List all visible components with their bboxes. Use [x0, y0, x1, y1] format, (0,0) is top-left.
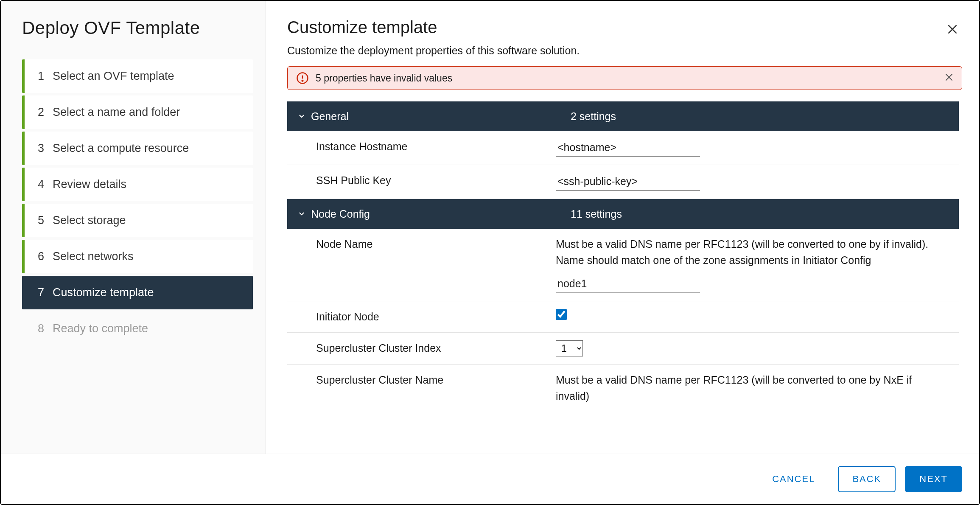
validation-alert: 5 properties have invalid values [287, 66, 962, 90]
property-value: Must be a valid DNS name per RFC1123 (wi… [556, 236, 955, 293]
step-label: Select a compute resource [53, 142, 189, 155]
step-number: 7 [34, 286, 44, 299]
section-meta: 2 settings [571, 110, 950, 123]
section-meta: 11 settings [571, 208, 950, 220]
step-number: 5 [34, 214, 44, 227]
initiator-node-checkbox[interactable] [556, 309, 567, 320]
step-select-ovf-template[interactable]: 1 Select an OVF template [22, 59, 253, 93]
row-ssh-public-key: SSH Public Key [287, 165, 959, 199]
dialog-footer: CANCEL BACK NEXT [1, 454, 979, 504]
chevron-down-icon [297, 112, 306, 120]
row-supercluster-name: Supercluster Cluster Name Must be a vali… [287, 365, 959, 412]
close-icon[interactable] [946, 23, 959, 37]
step-label: Select an OVF template [53, 70, 174, 83]
back-button[interactable]: BACK [838, 466, 896, 492]
deploy-ovf-dialog: Deploy OVF Template 1 Select an OVF temp… [0, 0, 980, 505]
property-label: Initiator Node [316, 309, 552, 323]
step-select-networks[interactable]: 6 Select networks [22, 240, 253, 273]
step-label: Customize template [53, 286, 154, 299]
dialog-body: Deploy OVF Template 1 Select an OVF temp… [1, 1, 979, 454]
property-description: Must be a valid DNS name per RFC1123 (wi… [556, 372, 955, 404]
wizard-title: Deploy OVF Template [22, 18, 253, 38]
property-value [556, 139, 955, 157]
step-number: 3 [34, 142, 44, 155]
property-label: Supercluster Cluster Index [316, 340, 552, 354]
svg-point-4 [302, 80, 303, 81]
alert-text: 5 properties have invalid values [316, 73, 452, 84]
step-label: Select storage [53, 214, 126, 227]
step-ready-to-complete: 8 Ready to complete [22, 312, 253, 345]
cancel-button[interactable]: CANCEL [759, 467, 829, 491]
next-button[interactable]: NEXT [905, 466, 962, 492]
step-number: 8 [34, 322, 44, 335]
step-label: Select networks [53, 250, 134, 263]
row-supercluster-index: Supercluster Cluster Index 1 [287, 333, 959, 365]
step-customize-template[interactable]: 7 Customize template [22, 276, 253, 309]
step-number: 4 [34, 178, 44, 191]
section-header-general[interactable]: General 2 settings [287, 101, 959, 131]
node-name-input[interactable] [556, 275, 700, 293]
property-label: SSH Public Key [316, 173, 552, 187]
property-value: Must be a valid DNS name per RFC1123 (wi… [556, 372, 955, 404]
instance-hostname-input[interactable] [556, 139, 700, 157]
wizard-sidebar: Deploy OVF Template 1 Select an OVF temp… [1, 1, 266, 454]
properties-scroll-area[interactable]: General 2 settings Instance Hostname SSH… [287, 101, 962, 416]
page-subtitle: Customize the deployment properties of t… [287, 45, 962, 57]
step-select-compute-resource[interactable]: 3 Select a compute resource [22, 132, 253, 165]
wizard-content: Customize template Customize the deploym… [266, 1, 979, 454]
section-title: General [311, 110, 566, 123]
row-node-name: Node Name Must be a valid DNS name per R… [287, 229, 959, 301]
supercluster-index-select[interactable]: 1 [556, 340, 583, 356]
step-number: 2 [34, 106, 44, 119]
error-icon [296, 72, 309, 84]
wizard-steps: 1 Select an OVF template 2 Select a name… [22, 59, 253, 345]
property-label: Supercluster Cluster Name [316, 372, 552, 386]
section-header-node-config[interactable]: Node Config 11 settings [287, 199, 959, 229]
step-select-name-folder[interactable]: 2 Select a name and folder [22, 95, 253, 129]
step-label: Select a name and folder [53, 106, 180, 119]
property-value: 1 [556, 340, 955, 356]
property-label: Instance Hostname [316, 139, 552, 153]
property-value [556, 309, 955, 320]
alert-close-icon[interactable] [944, 72, 954, 84]
step-number: 6 [34, 250, 44, 263]
page-title: Customize template [287, 18, 962, 37]
property-label: Node Name [316, 236, 552, 250]
property-description: Must be a valid DNS name per RFC1123 (wi… [556, 236, 955, 268]
chevron-down-icon [297, 210, 306, 218]
step-number: 1 [34, 70, 44, 83]
property-value [556, 173, 955, 191]
step-label: Review details [53, 178, 126, 191]
section-title: Node Config [311, 208, 566, 220]
row-instance-hostname: Instance Hostname [287, 131, 959, 165]
ssh-public-key-input[interactable] [556, 173, 700, 191]
step-label: Ready to complete [53, 322, 148, 335]
row-initiator-node: Initiator Node [287, 301, 959, 333]
step-review-details[interactable]: 4 Review details [22, 168, 253, 201]
step-select-storage[interactable]: 5 Select storage [22, 204, 253, 237]
